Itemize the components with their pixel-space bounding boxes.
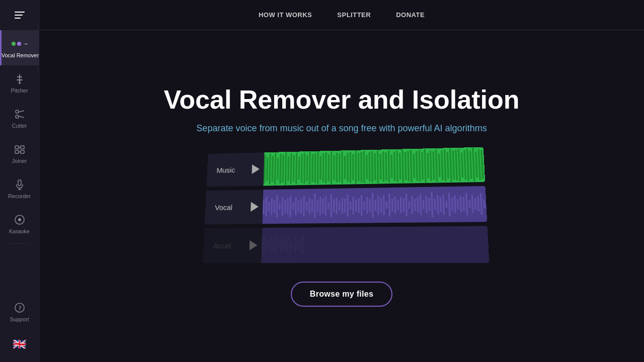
pitcher-icon (14, 73, 26, 85)
svg-rect-81 (435, 149, 438, 182)
sidebar-item-support[interactable]: Support (0, 294, 39, 329)
svg-rect-116 (311, 200, 313, 213)
svg-rect-128 (344, 199, 346, 213)
svg-rect-103 (276, 195, 278, 218)
waveform-visualization: Music (203, 147, 490, 267)
svg-point-17 (19, 310, 20, 311)
nav-how-it-works[interactable]: HOW IT WORKS (259, 11, 312, 19)
svg-rect-63 (385, 152, 387, 180)
svg-rect-190 (294, 237, 296, 253)
svg-rect-182 (273, 240, 275, 251)
svg-rect-164 (445, 201, 447, 208)
nav-donate[interactable]: DONATE (396, 11, 425, 19)
svg-rect-136 (366, 197, 368, 214)
svg-rect-161 (437, 195, 439, 214)
svg-rect-167 (454, 196, 456, 213)
svg-rect-57 (369, 152, 371, 182)
sidebar-item-joiner[interactable]: Joiner (0, 136, 39, 171)
svg-rect-66 (393, 152, 395, 181)
svg-rect-144 (388, 194, 390, 217)
svg-point-16 (15, 303, 24, 312)
svg-rect-154 (417, 197, 419, 212)
svg-rect-189 (292, 242, 293, 248)
svg-rect-153 (414, 199, 416, 211)
svg-rect-45 (336, 153, 338, 183)
svg-rect-178 (262, 239, 264, 252)
svg-rect-126 (339, 201, 340, 211)
svg-rect-27 (287, 156, 289, 182)
svg-rect-111 (298, 200, 300, 212)
hero-title: Vocal Remover and Isolation (164, 85, 519, 114)
svg-rect-5 (15, 146, 19, 149)
svg-rect-148 (400, 197, 402, 213)
svg-rect-84 (444, 149, 447, 181)
svg-rect-41 (325, 152, 327, 183)
svg-rect-120 (322, 199, 324, 214)
svg-rect-175 (477, 196, 479, 212)
svg-rect-143 (386, 202, 388, 209)
waveform-play-music[interactable] (250, 163, 264, 175)
svg-rect-160 (434, 199, 436, 210)
svg-rect-158 (428, 198, 430, 211)
play-button-accel[interactable] (250, 239, 260, 251)
svg-rect-186 (283, 239, 285, 251)
nav-splitter[interactable]: SPLITTER (337, 11, 371, 19)
sidebar-item-karaoke[interactable]: Karaoke (0, 206, 39, 241)
play-button-music[interactable] (252, 163, 262, 175)
svg-rect-91 (463, 150, 466, 179)
sidebar-label-joiner: Joiner (12, 158, 27, 164)
svg-rect-170 (462, 197, 465, 211)
svg-rect-157 (425, 196, 427, 213)
waveform-bars-music (264, 147, 486, 186)
svg-rect-107 (287, 199, 289, 214)
svg-rect-38 (317, 152, 319, 184)
svg-rect-30 (295, 153, 297, 185)
svg-rect-149 (403, 198, 405, 212)
svg-rect-55 (363, 151, 365, 183)
svg-rect-141 (380, 198, 382, 213)
svg-rect-37 (314, 153, 316, 183)
svg-rect-61 (379, 154, 381, 179)
svg-rect-94 (472, 148, 475, 182)
svg-rect-142 (383, 195, 385, 215)
sidebar-item-pitcher[interactable]: Pitcher (0, 65, 39, 101)
svg-rect-65 (390, 155, 392, 178)
svg-rect-48 (344, 156, 346, 179)
svg-rect-85 (446, 152, 449, 178)
waveform-play-vocal[interactable] (248, 201, 263, 213)
sidebar-item-cutter[interactable]: Cutter (0, 101, 39, 136)
svg-rect-95 (475, 152, 478, 178)
svg-rect-83 (441, 151, 443, 180)
svg-rect-97 (480, 150, 484, 179)
svg-rect-105 (281, 197, 283, 216)
language-selector[interactable]: 🇬🇧 (0, 332, 39, 357)
svg-rect-118 (316, 201, 318, 212)
svg-rect-96 (478, 149, 481, 180)
svg-rect-177 (483, 199, 485, 208)
main-content: HOW IT WORKS SPLITTER DONATE Vocal Remov… (39, 0, 644, 362)
play-button-vocal[interactable] (251, 201, 261, 213)
svg-rect-92 (466, 149, 469, 180)
karaoke-icon (14, 214, 26, 226)
svg-rect-179 (264, 236, 266, 254)
svg-rect-53 (358, 153, 360, 181)
svg-rect-134 (361, 195, 363, 216)
recorder-icon (14, 178, 26, 191)
waveform-row-vocal: Vocal (205, 186, 487, 224)
svg-rect-54 (360, 152, 362, 182)
sidebar-label-recorder: Recorder (8, 193, 31, 199)
menu-button[interactable] (0, 0, 39, 30)
svg-rect-171 (465, 193, 468, 216)
svg-rect-46 (339, 153, 340, 182)
waveform-play-accel[interactable] (247, 239, 262, 251)
svg-rect-123 (331, 195, 332, 217)
svg-rect-159 (431, 192, 433, 217)
sidebar-item-recorder[interactable]: Recorder (0, 171, 39, 206)
svg-rect-75 (418, 150, 421, 182)
browse-files-button[interactable]: Browse my files (291, 282, 392, 307)
svg-rect-113 (303, 196, 305, 217)
sidebar-bottom: Support 🇬🇧 (0, 294, 39, 362)
svg-rect-18 (264, 155, 266, 184)
support-icon (14, 302, 26, 314)
sidebar-item-vocal-remover[interactable]: → Vocal Remover (0, 30, 39, 65)
